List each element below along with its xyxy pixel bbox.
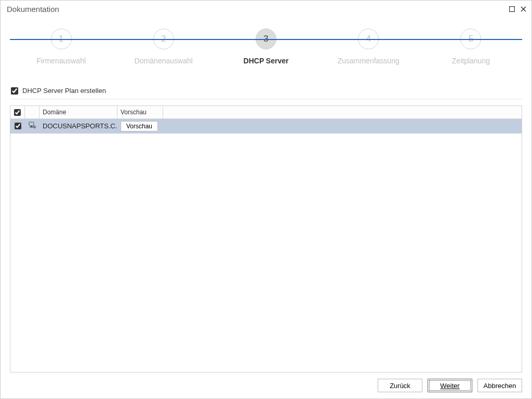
svg-rect-3 bbox=[30, 127, 33, 127]
step-2-label: Domänenauswahl bbox=[127, 57, 200, 65]
svg-rect-0 bbox=[509, 6, 514, 11]
cancel-button[interactable]: Abbrechen bbox=[477, 379, 522, 392]
step-5[interactable]: 5 Zeitplanung bbox=[434, 29, 507, 65]
preview-button[interactable]: Vorschau bbox=[121, 121, 158, 131]
grid-header: Domäne Vorschau bbox=[10, 106, 522, 119]
dialog-window: Dokumentation 1 Firmenauswahl 2 Domänena… bbox=[0, 0, 532, 399]
wizard-stepper: 1 Firmenauswahl 2 Domänenauswahl 3 DHCP … bbox=[10, 29, 522, 81]
close-button[interactable] bbox=[519, 5, 527, 13]
row-icon-cell bbox=[25, 119, 39, 133]
step-1-label: Firmenauswahl bbox=[25, 57, 98, 65]
header-icon-col bbox=[25, 106, 39, 118]
row-domain: DOCUSNAPSPORTS.C... bbox=[39, 119, 117, 133]
next-button[interactable]: Weiter bbox=[428, 379, 472, 392]
select-all-checkbox[interactable] bbox=[14, 109, 21, 116]
titlebar: Dokumentation bbox=[1, 1, 531, 17]
window-title: Dokumentation bbox=[7, 5, 59, 14]
header-domain[interactable]: Domäne bbox=[39, 106, 117, 118]
header-fill bbox=[163, 106, 522, 118]
table-row[interactable]: DOCUSNAPSPORTS.C... Vorschau bbox=[10, 119, 522, 134]
maximize-button[interactable] bbox=[508, 5, 516, 13]
step-3-label: DHCP Server bbox=[230, 57, 302, 65]
step-3[interactable]: 3 DHCP Server bbox=[230, 29, 302, 65]
wizard-footer: Zurück Weiter Abbrechen bbox=[10, 373, 522, 392]
step-2[interactable]: 2 Domänenauswahl bbox=[127, 29, 200, 65]
header-select-all[interactable] bbox=[10, 106, 25, 118]
step-1[interactable]: 1 Firmenauswahl bbox=[25, 29, 98, 65]
server-icon bbox=[28, 122, 36, 130]
row-checkbox[interactable] bbox=[15, 123, 21, 129]
back-button[interactable]: Zurück bbox=[378, 379, 422, 392]
header-preview[interactable]: Vorschau bbox=[117, 106, 163, 118]
svg-rect-1 bbox=[29, 122, 34, 126]
domain-grid: Domäne Vorschau bbox=[10, 105, 522, 373]
svg-rect-2 bbox=[31, 126, 32, 127]
step-4-label: Zusammenfassung bbox=[332, 57, 405, 65]
create-plan-checkbox[interactable] bbox=[11, 87, 18, 95]
create-plan-label: DHCP Server Plan erstellen bbox=[22, 87, 106, 95]
step-4[interactable]: 4 Zusammenfassung bbox=[332, 29, 405, 65]
create-plan-checkbox-row[interactable]: DHCP Server Plan erstellen bbox=[11, 87, 522, 95]
divider bbox=[10, 99, 522, 99]
step-5-label: Zeitplanung bbox=[434, 57, 507, 65]
grid-body: DOCUSNAPSPORTS.C... Vorschau bbox=[10, 119, 522, 372]
